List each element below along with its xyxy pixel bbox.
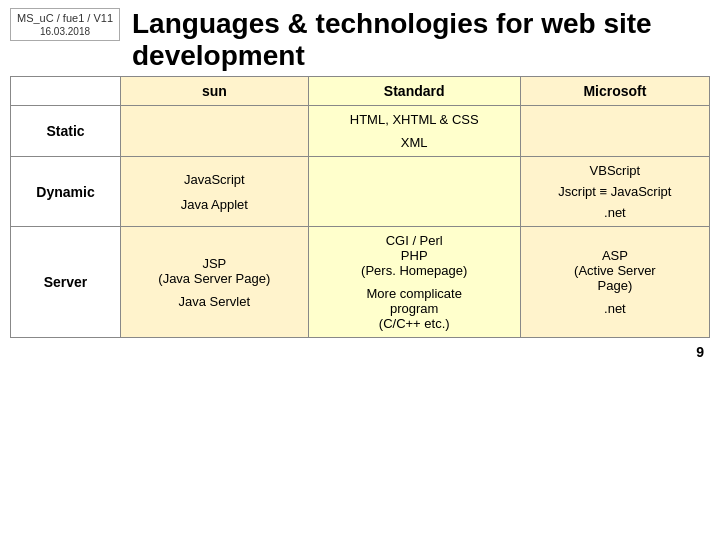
dynamic-standard-cell — [308, 157, 520, 227]
header: MS_uC / fue1 / V11 16.03.2018 Languages … — [0, 0, 720, 76]
page-title: Languages & technologies for web site de… — [132, 8, 652, 72]
server-std-text3: (Pers. Homepage) — [317, 263, 512, 278]
server-ms-text1: ASP — [529, 248, 701, 263]
server-microsoft-cell: ASP (Active Server Page) .net — [520, 227, 709, 338]
server-sun-text3: Java Servlet — [129, 294, 300, 309]
server-standard-cell: CGI / Perl PHP (Pers. Homepage) More com… — [308, 227, 520, 338]
logo-box: MS_uC / fue1 / V11 16.03.2018 — [10, 8, 120, 41]
server-std-text1: CGI / Perl — [317, 233, 512, 248]
table-row-dynamic: Dynamic JavaScript Java Applet VBScript … — [11, 157, 710, 227]
dynamic-microsoft-cell: VBScript Jscript ≡ JavaScript .net — [520, 157, 709, 227]
server-sun-text2: (Java Server Page) — [129, 271, 300, 286]
header-empty — [11, 77, 121, 106]
server-sun-text1: JSP — [129, 256, 300, 271]
static-standard-text3: XML — [317, 135, 512, 150]
logo-date: 16.03.2018 — [17, 25, 113, 38]
server-label: Server — [11, 227, 121, 338]
dynamic-ms-text3: .net — [529, 205, 701, 220]
main-content: sun Standard Microsoft Static HTML, XHTM… — [0, 76, 720, 338]
page-number: 9 — [0, 338, 720, 360]
server-ms-text3: Page) — [529, 278, 701, 293]
static-standard-cell: HTML, XHTML & CSS XML — [308, 106, 520, 157]
dynamic-label: Dynamic — [11, 157, 121, 227]
server-std-text5: program — [317, 301, 512, 316]
server-ms-text4: .net — [529, 301, 701, 316]
header-sun: sun — [121, 77, 309, 106]
table-row-static: Static HTML, XHTML & CSS XML — [11, 106, 710, 157]
server-std-text4: More complicate — [317, 286, 512, 301]
static-standard-text1: HTML, XHTML & CSS — [317, 112, 512, 127]
server-std-text6: (C/C++ etc.) — [317, 316, 512, 331]
tech-table: sun Standard Microsoft Static HTML, XHTM… — [10, 76, 710, 338]
server-std-text2: PHP — [317, 248, 512, 263]
dynamic-ms-text1: VBScript — [529, 163, 701, 178]
static-microsoft-cell — [520, 106, 709, 157]
dynamic-sun-text2: Java Applet — [129, 197, 300, 212]
static-sun-cell — [121, 106, 309, 157]
dynamic-sun-cell: JavaScript Java Applet — [121, 157, 309, 227]
server-ms-text2: (Active Server — [529, 263, 701, 278]
logo-text: MS_uC / fue1 / V11 — [17, 11, 113, 25]
server-sun-cell: JSP (Java Server Page) Java Servlet — [121, 227, 309, 338]
table-header-row: sun Standard Microsoft — [11, 77, 710, 106]
header-microsoft: Microsoft — [520, 77, 709, 106]
header-standard: Standard — [308, 77, 520, 106]
dynamic-sun-text1: JavaScript — [129, 172, 300, 187]
static-label: Static — [11, 106, 121, 157]
table-row-server: Server JSP (Java Server Page) Java Servl… — [11, 227, 710, 338]
dynamic-ms-text2: Jscript ≡ JavaScript — [529, 184, 701, 199]
